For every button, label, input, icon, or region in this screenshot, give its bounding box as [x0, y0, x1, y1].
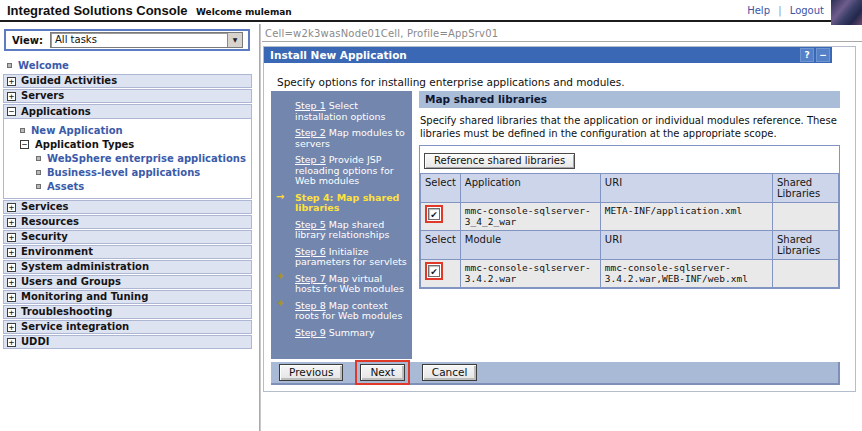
step-link[interactable]: Step 1: [295, 100, 326, 111]
expand-icon[interactable]: +: [7, 323, 16, 332]
sidebar-item-welcome[interactable]: Welcome: [0, 58, 259, 72]
applications-header[interactable]: − Applications: [4, 105, 251, 119]
sidebar-item-application-types[interactable]: − Application Types: [4, 137, 251, 151]
expand-icon[interactable]: +: [7, 293, 16, 302]
application-select-checkbox[interactable]: ✔: [428, 208, 440, 220]
expand-icon[interactable]: +: [7, 338, 16, 347]
step-marker-star-icon: ✦: [276, 299, 285, 310]
application-uri-cell: META-INF/application.xml: [600, 203, 772, 231]
expand-icon[interactable]: +: [7, 218, 16, 227]
wizard-step-1: Step 1 Select installation options: [271, 101, 407, 122]
bullet-icon: [36, 170, 41, 175]
sidebar-section-services[interactable]: + Services: [3, 200, 252, 214]
sidebar-section-troubleshooting[interactable]: + Troubleshooting: [3, 305, 252, 319]
wizard-intro-text: Specify options for installing enterpris…: [277, 76, 855, 88]
sidebar-section-resources[interactable]: + Resources: [3, 215, 252, 229]
current-step-arrow-icon: →: [276, 192, 284, 203]
sidebar-section-service-integration[interactable]: + Service integration: [3, 320, 252, 334]
bullet-icon: [7, 63, 12, 68]
view-select[interactable]: All tasks ▼: [50, 32, 243, 48]
sidebar-section-environment[interactable]: + Environment: [3, 245, 252, 259]
step-heading: Map shared libraries: [419, 91, 840, 108]
sidebar-section-system-administration[interactable]: + System administration: [3, 260, 252, 274]
select-column-header: Select: [421, 174, 461, 203]
top-banner: Integrated Solutions Console Welcome mul…: [0, 0, 862, 22]
wizard-step-content: Map shared libraries Specify shared libr…: [419, 91, 840, 289]
sidebar-section-monitoring-and-tuning[interactable]: + Monitoring and Tuning: [3, 290, 252, 304]
dropdown-arrow-icon[interactable]: ▼: [227, 33, 242, 47]
expand-icon[interactable]: +: [7, 77, 16, 86]
step-link[interactable]: Step 6: [295, 246, 326, 257]
previous-button[interactable]: Previous: [279, 364, 343, 381]
shared-libraries-column-header: Shared Libraries: [773, 231, 839, 260]
table-toolbar: Reference shared libraries: [420, 146, 839, 173]
expand-icon[interactable]: +: [7, 92, 16, 101]
next-button[interactable]: Next: [360, 364, 404, 381]
reference-shared-libraries-button[interactable]: Reference shared libraries: [424, 153, 575, 169]
sidebar-item-new-application[interactable]: New Application: [4, 123, 251, 137]
logout-link[interactable]: Logout: [790, 5, 824, 16]
application-shared-cell: [773, 203, 839, 231]
uri-column-header: URI: [600, 174, 772, 203]
bullet-icon: [36, 184, 41, 189]
step-link[interactable]: Step 5: [295, 219, 326, 230]
wizard-step-9: Step 9 Summary: [271, 328, 407, 339]
collapse-icon[interactable]: −: [7, 107, 16, 116]
bullet-icon: [36, 156, 41, 161]
select-column-header: Select: [421, 231, 461, 260]
application-column-header: Application: [460, 174, 600, 203]
expand-icon[interactable]: +: [7, 203, 16, 212]
annotation-box: ✔: [425, 262, 443, 280]
portlet-help-icon[interactable]: ?: [800, 48, 814, 62]
module-name-cell: mmc-console-sqlserver-3.4.2.war: [460, 260, 600, 288]
expand-icon[interactable]: +: [7, 248, 16, 257]
sidebar-section-servers[interactable]: + Servers: [3, 89, 252, 103]
view-select-value: All tasks: [51, 33, 227, 47]
module-shared-cell: [773, 260, 839, 288]
module-uri-cell: mmc-console-sqlserver-3.4.2.war,WEB-INF/…: [600, 260, 772, 288]
step-marker-star-icon: ✦: [276, 272, 285, 283]
wizard-step-6: Step 6 Initialize parameters for servlet…: [271, 247, 407, 268]
main-content: Cell=w2k3wasNode01Cell, Profile=AppSrv01…: [262, 24, 862, 431]
step-label: Step 4:: [295, 192, 333, 203]
sidebar-section-security[interactable]: + Security: [3, 230, 252, 244]
sidebar-section-users-and-groups[interactable]: + Users and Groups: [3, 275, 252, 289]
wizard-step-2: Step 2 Map modules to servers: [271, 128, 407, 149]
wizard-step-7: ✦ Step 7 Map virtual hosts for Web modul…: [271, 274, 407, 295]
step-link[interactable]: Step 9: [295, 327, 326, 338]
welcome-user-text: Welcome muleman: [196, 7, 292, 17]
cancel-button[interactable]: Cancel: [422, 364, 478, 381]
module-header-row: Select Module URI Shared Libraries: [421, 231, 839, 260]
sidebar-item-assets[interactable]: Assets: [4, 179, 251, 193]
view-label: View:: [12, 35, 43, 46]
wizard-step-5: Step 5 Map shared library relationships: [271, 220, 407, 241]
websphere-banner-graphic: [831, 0, 862, 25]
link-separator: |: [778, 5, 781, 16]
expand-icon[interactable]: +: [7, 278, 16, 287]
collapse-icon[interactable]: −: [20, 140, 29, 149]
expand-icon[interactable]: +: [7, 233, 16, 242]
sidebar-section-guided-activities[interactable]: + Guided Activities: [3, 74, 252, 88]
wizard-steps-panel: Step 1 Select installation options Step …: [271, 91, 412, 359]
annotation-box: ✔: [425, 205, 443, 223]
step-link[interactable]: Step 2: [295, 127, 326, 138]
portlet-title: Install New Application: [270, 49, 407, 61]
portlet-minimize-icon[interactable]: −: [816, 48, 830, 62]
module-select-checkbox[interactable]: ✔: [428, 265, 440, 277]
nav-tree: Welcome + Guided Activities + Servers − …: [0, 57, 259, 350]
expand-icon[interactable]: +: [7, 308, 16, 317]
step-description: Specify shared libraries that the applic…: [420, 115, 838, 140]
applications-children: New Application − Application Types WebS…: [4, 119, 251, 198]
step-link[interactable]: Step 7: [295, 273, 326, 284]
sidebar-item-business-level-applications[interactable]: Business-level applications: [4, 165, 251, 179]
help-link[interactable]: Help: [747, 5, 770, 16]
application-table-row: ✔ mmc-console-sqlserver-3_4_2_war META-I…: [421, 203, 839, 231]
step-link[interactable]: Step 8: [295, 300, 326, 311]
expand-icon[interactable]: +: [7, 263, 16, 272]
sidebar-item-websphere-enterprise-applications[interactable]: WebSphere enterprise applications: [4, 151, 251, 165]
console-title: Integrated Solutions Console: [7, 3, 188, 18]
step-link[interactable]: Step 3: [295, 154, 326, 165]
shared-libraries-table: Reference shared libraries Select Applic…: [419, 145, 840, 289]
sidebar-section-uddi[interactable]: + UDDI: [3, 335, 252, 349]
bullet-icon: [20, 128, 25, 133]
